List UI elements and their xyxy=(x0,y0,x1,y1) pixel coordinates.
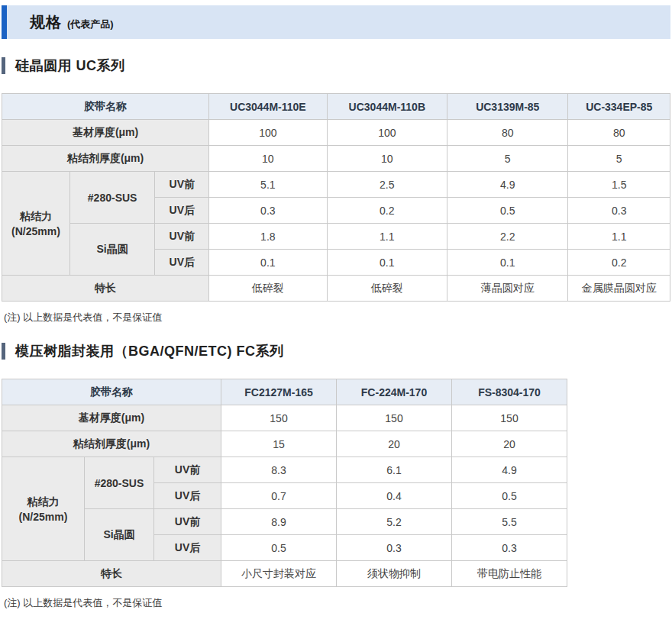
value-cell: 1.5 xyxy=(568,172,670,198)
tape-name-header-cell: 胶带名称 xyxy=(2,379,221,405)
value-cell: 4.9 xyxy=(452,457,567,483)
uv-state-label-cell: UV前 xyxy=(155,224,209,250)
value-cell: 0.3 xyxy=(452,535,567,561)
table-header-row: 胶带名称 UC3044M-110E UC3044M-110B UC3139M-8… xyxy=(2,94,670,120)
value-cell: 5 xyxy=(447,146,568,172)
value-cell: 150 xyxy=(452,405,567,431)
value-cell: 0.1 xyxy=(327,250,447,276)
table-row-features: 特长 低碎裂 低碎裂 薄晶圆对应 金属膜晶圆对应 xyxy=(2,276,670,302)
adhesion-label-cell: 粘结力 (N/25mm) xyxy=(2,172,70,276)
page: 规格 (代表产品) 硅晶圆用 UC系列 胶带名称 UC3044M-110E UC… xyxy=(0,0,672,610)
value-cell: 0.3 xyxy=(337,535,452,561)
substrate-label-cell: #280-SUS xyxy=(85,457,154,509)
table-row-si-uv-before: Si晶圆 UV前 8.9 5.2 5.5 xyxy=(2,509,567,535)
section-heading-fc-series: 模压树脂封装用（BGA/QFN/ETC) FC系列 xyxy=(2,342,670,360)
feature-cell: 须状物抑制 xyxy=(337,561,452,587)
table-row-adhesive-thickness: 粘结剂厚度(μm) 15 20 20 xyxy=(2,431,567,457)
value-cell: 20 xyxy=(452,431,567,457)
value-cell: 5.5 xyxy=(452,509,567,535)
value-cell: 0.2 xyxy=(327,198,447,224)
row-label-cell: 粘结剂厚度(μm) xyxy=(2,431,221,457)
feature-cell: 低碎裂 xyxy=(209,276,327,302)
table-row-sus-uv-before: 粘结力 (N/25mm) #280-SUS UV前 8.3 6.1 4.9 xyxy=(2,457,567,483)
uv-state-label-cell: UV前 xyxy=(154,509,221,535)
value-cell: 20 xyxy=(337,431,452,457)
value-cell: 100 xyxy=(209,120,327,146)
note-representative-values: (注) 以上数据是代表值，不是保证值 xyxy=(4,311,670,324)
section-accent-bar xyxy=(2,57,5,74)
table-row-sus-uv-before: 粘结力 (N/25mm) #280-SUS UV前 5.1 2.5 4.9 1.… xyxy=(2,172,670,198)
value-cell: 0.3 xyxy=(209,198,327,224)
table-row-adhesive-thickness: 粘结剂厚度(μm) 10 10 5 5 xyxy=(2,146,670,172)
product-header-cell: UC3044M-110B xyxy=(327,94,447,120)
value-cell: 1.8 xyxy=(209,224,327,250)
value-cell: 0.7 xyxy=(221,483,337,509)
row-label-cell: 特长 xyxy=(2,561,221,587)
page-subtitle: (代表产品) xyxy=(67,14,114,31)
section-title: 硅晶圆用 UC系列 xyxy=(15,56,125,75)
value-cell: 8.3 xyxy=(221,457,337,483)
uv-state-label-cell: UV后 xyxy=(155,198,209,224)
value-cell: 2.5 xyxy=(327,172,447,198)
value-cell: 15 xyxy=(221,431,337,457)
section-title: 模压树脂封装用（BGA/QFN/ETC) FC系列 xyxy=(15,342,284,360)
substrate-label-cell: #280-SUS xyxy=(69,172,155,224)
row-label-cell: 粘结剂厚度(μm) xyxy=(2,146,209,172)
table-row-features: 特长 小尺寸封装对应 须状物抑制 带电防止性能 xyxy=(2,561,567,587)
value-cell: 5.1 xyxy=(209,172,327,198)
uv-state-label-cell: UV后 xyxy=(154,483,221,509)
substrate-label-cell: Si晶圆 xyxy=(85,509,154,561)
section-accent-bar xyxy=(2,343,5,360)
value-cell: 100 xyxy=(327,120,447,146)
uv-state-label-cell: UV后 xyxy=(154,535,221,561)
value-cell: 5 xyxy=(568,146,670,172)
product-header-cell: UC3139M-85 xyxy=(447,94,568,120)
feature-cell: 小尺寸封装对应 xyxy=(221,561,337,587)
value-cell: 80 xyxy=(447,120,568,146)
feature-cell: 带电防止性能 xyxy=(452,561,567,587)
value-cell: 1.1 xyxy=(568,224,670,250)
value-cell: 8.9 xyxy=(221,509,337,535)
product-header-cell: UC3044M-110E xyxy=(209,94,327,120)
value-cell: 150 xyxy=(337,405,452,431)
substrate-label-cell: Si晶圆 xyxy=(69,224,155,276)
adhesion-label-line1: 粘结力 xyxy=(4,208,68,224)
uv-state-label-cell: UV前 xyxy=(155,172,209,198)
table-row-si-uv-before: Si晶圆 UV前 1.8 1.1 2.2 1.1 xyxy=(2,224,670,250)
row-label-cell: 基材厚度(μm) xyxy=(2,405,221,431)
value-cell: 5.2 xyxy=(337,509,452,535)
value-cell: 0.5 xyxy=(447,198,568,224)
feature-cell: 低碎裂 xyxy=(327,276,447,302)
row-label-cell: 基材厚度(μm) xyxy=(2,120,209,146)
feature-cell: 金属膜晶圆对应 xyxy=(568,276,670,302)
product-header-cell: FC-224M-170 xyxy=(337,379,452,405)
page-title: 规格 xyxy=(30,12,62,33)
value-cell: 1.1 xyxy=(327,224,447,250)
note-representative-values: (注) 以上数据是代表值，不是保证值 xyxy=(4,596,670,610)
uv-state-label-cell: UV后 xyxy=(155,250,209,276)
uv-state-label-cell: UV前 xyxy=(154,457,221,483)
value-cell: 0.1 xyxy=(447,250,568,276)
feature-cell: 薄晶圆对应 xyxy=(447,276,568,302)
value-cell: 2.2 xyxy=(447,224,568,250)
value-cell: 80 xyxy=(568,120,670,146)
table-row-base-thickness: 基材厚度(μm) 100 100 80 80 xyxy=(2,120,670,146)
tape-name-header-cell: 胶带名称 xyxy=(2,94,209,120)
adhesion-label-cell: 粘结力 (N/25mm) xyxy=(2,457,85,561)
page-title-banner: 规格 (代表产品) xyxy=(2,5,670,39)
row-label-cell: 特长 xyxy=(2,276,209,302)
table-header-row: 胶带名称 FC2127M-165 FC-224M-170 FS-8304-170 xyxy=(2,379,567,405)
adhesion-label-line1: 粘结力 xyxy=(4,494,82,509)
value-cell: 0.3 xyxy=(568,198,670,224)
value-cell: 10 xyxy=(327,146,447,172)
adhesion-label-line2: (N/25mm) xyxy=(4,509,82,524)
value-cell: 4.9 xyxy=(447,172,568,198)
value-cell: 6.1 xyxy=(337,457,452,483)
product-header-cell: FC2127M-165 xyxy=(221,379,337,405)
value-cell: 0.5 xyxy=(452,483,567,509)
table-row-base-thickness: 基材厚度(μm) 150 150 150 xyxy=(2,405,567,431)
uc-series-spec-table: 胶带名称 UC3044M-110E UC3044M-110B UC3139M-8… xyxy=(2,93,670,302)
product-header-cell: FS-8304-170 xyxy=(452,379,567,405)
section-heading-uc-series: 硅晶圆用 UC系列 xyxy=(2,56,670,75)
value-cell: 150 xyxy=(221,405,337,431)
